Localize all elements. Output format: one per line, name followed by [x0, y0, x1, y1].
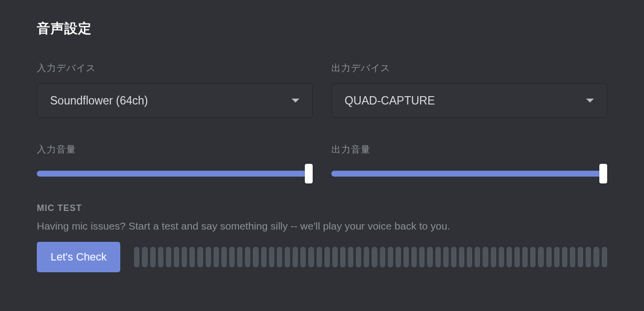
meter-bar: [593, 247, 599, 267]
meter-bar: [507, 247, 512, 267]
meter-bar: [261, 247, 267, 267]
meter-bar: [514, 247, 520, 267]
meter-bar: [229, 247, 235, 267]
meter-bar: [538, 247, 543, 267]
mic-test-title: MIC TEST: [37, 203, 607, 213]
meter-bar: [380, 247, 385, 267]
input-volume-slider[interactable]: [37, 170, 313, 178]
output-device-label: 出力デバイス: [331, 62, 607, 75]
meter-bar: [150, 247, 156, 267]
meter-bar: [317, 247, 322, 267]
input-device-value: Soundflower (64ch): [50, 94, 148, 107]
meter-bar: [459, 247, 464, 267]
meter-bar: [372, 247, 377, 267]
meter-bar: [174, 247, 179, 267]
page-title: 音声設定: [37, 20, 607, 37]
slider-thumb[interactable]: [599, 164, 607, 183]
meter-bar: [467, 247, 472, 267]
meter-bar: [364, 247, 369, 267]
meter-bar: [356, 247, 361, 267]
chevron-down-icon: [586, 99, 594, 103]
meter-bar: [245, 247, 250, 267]
meter-bar: [562, 247, 567, 267]
meter-bar: [332, 247, 338, 267]
meter-bar: [189, 247, 195, 267]
slider-thumb[interactable]: [305, 164, 313, 183]
chevron-down-icon: [292, 99, 299, 103]
meter-bar: [158, 247, 163, 267]
meter-bar: [237, 247, 242, 267]
meter-bar: [197, 247, 203, 267]
meter-bar: [142, 247, 147, 267]
meter-bar: [277, 247, 282, 267]
meter-bar: [522, 247, 528, 267]
meter-bar: [451, 247, 456, 267]
output-volume-label: 出力音量: [331, 143, 607, 156]
meter-bar: [491, 247, 496, 267]
meter-bar: [546, 247, 552, 267]
slider-track: [331, 171, 607, 177]
input-device-label: 入力デバイス: [37, 62, 313, 75]
meter-bar: [388, 247, 393, 267]
meter-bar: [602, 247, 607, 267]
meter-bar: [134, 247, 139, 267]
input-volume-label: 入力音量: [37, 143, 313, 156]
meter-bar: [253, 247, 258, 267]
meter-bar: [403, 247, 409, 267]
meter-bar: [206, 247, 211, 267]
meter-bar: [475, 247, 480, 267]
meter-bar: [411, 247, 417, 267]
meter-bar: [586, 247, 591, 267]
meter-bar: [427, 247, 432, 267]
meter-bar: [570, 247, 575, 267]
mic-test-button[interactable]: Let's Check: [37, 242, 120, 272]
meter-bar: [443, 247, 449, 267]
meter-bar: [300, 247, 306, 267]
mic-level-meter: [134, 247, 607, 267]
output-device-select[interactable]: QUAD-CAPTURE: [331, 83, 607, 118]
meter-bar: [182, 247, 187, 267]
meter-bar: [166, 247, 171, 267]
meter-bar: [324, 247, 330, 267]
meter-bar: [214, 247, 219, 267]
meter-bar: [578, 247, 583, 267]
meter-bar: [483, 247, 488, 267]
meter-bar: [221, 247, 227, 267]
meter-bar: [419, 247, 425, 267]
slider-track: [37, 171, 313, 177]
meter-bar: [499, 247, 504, 267]
meter-bar: [285, 247, 290, 267]
meter-bar: [396, 247, 401, 267]
input-device-select[interactable]: Soundflower (64ch): [37, 83, 313, 118]
meter-bar: [554, 247, 560, 267]
meter-bar: [269, 247, 274, 267]
output-volume-slider[interactable]: [331, 170, 607, 178]
meter-bar: [340, 247, 346, 267]
output-device-value: QUAD-CAPTURE: [345, 94, 435, 107]
meter-bar: [348, 247, 353, 267]
meter-bar: [308, 247, 314, 267]
meter-bar: [293, 247, 298, 267]
meter-bar: [530, 247, 536, 267]
mic-test-description: Having mic issues? Start a test and say …: [37, 220, 607, 232]
meter-bar: [435, 247, 441, 267]
